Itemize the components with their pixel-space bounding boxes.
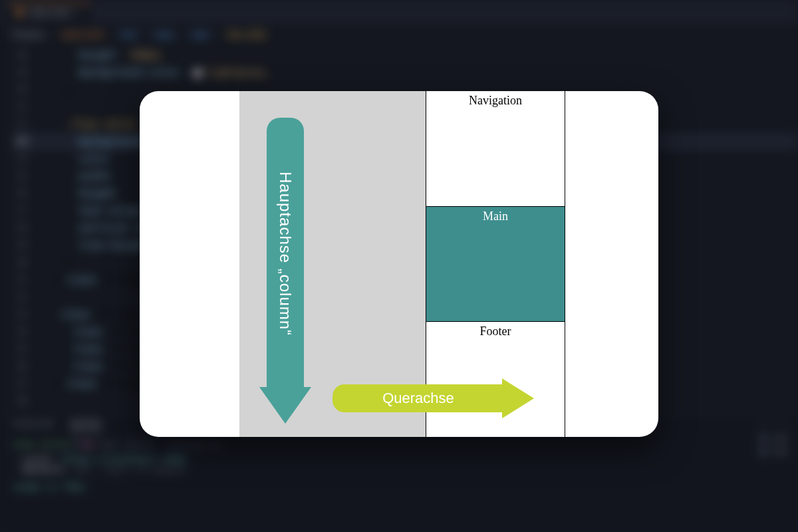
breadcrumb: Flexbox › index.html › html › body › sty… bbox=[0, 24, 798, 45]
terminal-side: ＋ˇ⌄ zsh zsh bbox=[759, 418, 787, 456]
editor-tabbar: index.html × bbox=[0, 0, 798, 24]
flex-child-label: Navigation bbox=[469, 94, 522, 107]
crumb-tag[interactable]: body bbox=[154, 29, 174, 40]
terminal-tab-problems[interactable]: PROBLEMS bbox=[12, 420, 56, 432]
main-axis-label: Hauptachse „column“ bbox=[267, 118, 304, 390]
chevron-right-icon: › bbox=[216, 29, 219, 40]
tab-filename: index.html bbox=[28, 7, 70, 18]
arrow-down-icon bbox=[259, 387, 311, 424]
chevron-right-icon: › bbox=[144, 29, 148, 40]
terminal-line: › Local: https://localhost:3000 bbox=[12, 454, 786, 464]
shell-icon bbox=[759, 434, 767, 442]
crumb-file[interactable]: index.html bbox=[61, 29, 104, 40]
shell-label[interactable]: zsh bbox=[773, 434, 787, 443]
arrow-right-icon bbox=[502, 378, 534, 418]
close-icon[interactable]: × bbox=[76, 7, 81, 18]
file-icon bbox=[16, 9, 23, 16]
shell-icon bbox=[759, 448, 767, 456]
cross-axis-label: Querachse bbox=[382, 390, 454, 407]
crumb-selector[interactable]: .flex-child bbox=[226, 29, 265, 40]
chevron-right-icon: › bbox=[51, 29, 55, 40]
trash-icon[interactable]: ⌄ bbox=[783, 420, 787, 429]
cross-axis-arrow: Querachse bbox=[332, 378, 539, 418]
chevron-right-icon: › bbox=[181, 29, 184, 40]
editor-tab[interactable]: index.html × bbox=[7, 2, 90, 22]
flex-child-label: Footer bbox=[480, 325, 511, 338]
chevron-down-icon[interactable]: ˇ bbox=[773, 420, 777, 429]
terminal-line: vite v2.8.6 dev dev server running at: bbox=[12, 439, 786, 450]
flex-child-main: Main bbox=[426, 207, 565, 323]
crumb-folder[interactable]: Flexbox bbox=[12, 29, 45, 40]
terminal-tab-output[interactable]: OUTPUT bbox=[70, 420, 103, 432]
terminal-line: › Network: use --host to expose bbox=[12, 464, 786, 475]
flex-child-navigation: Navigation bbox=[426, 91, 565, 207]
crumb-tag[interactable]: style bbox=[190, 29, 209, 40]
chevron-right-icon: › bbox=[110, 29, 114, 40]
main-axis-arrow: Hauptachse „column“ bbox=[259, 118, 311, 424]
flex-child-label: Main bbox=[483, 209, 508, 223]
crumb-tag[interactable]: html bbox=[120, 29, 137, 40]
plus-icon[interactable]: ＋ bbox=[759, 418, 767, 430]
diagram-card: Navigation Main Footer Hauptachse „colum… bbox=[140, 91, 658, 437]
terminal-line: ready in 75ms. bbox=[12, 481, 786, 492]
shell-label[interactable]: zsh bbox=[773, 447, 787, 456]
